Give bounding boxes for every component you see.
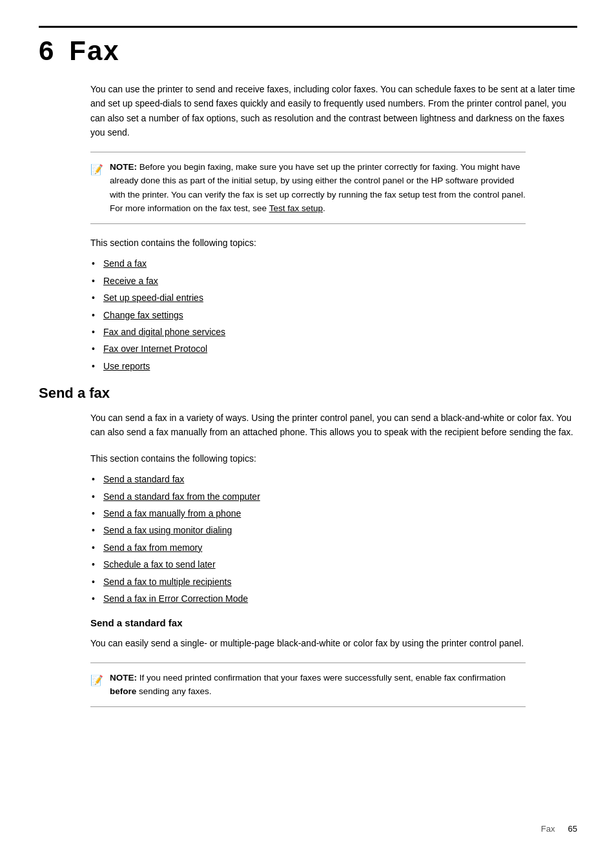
send-fax-topics-list: Send a standard fax Send a standard fax …: [103, 472, 577, 606]
topic-link-foip[interactable]: Fax over Internet Protocol: [103, 344, 207, 354]
chapter-number: 6: [39, 36, 54, 66]
list-item: Send a fax from memory: [103, 540, 577, 555]
list-item: Send a fax: [103, 256, 577, 271]
note-text-2: If you need printed confirmation that yo…: [110, 673, 506, 697]
topic-link-schedule-fax[interactable]: Schedule a fax to send later: [103, 559, 216, 570]
footer-page: 65: [568, 824, 577, 834]
list-item: Fax and digital phone services: [103, 325, 577, 339]
list-item: Send a fax using monitor dialing: [103, 523, 577, 537]
topic-link-speed-dial[interactable]: Set up speed-dial entries: [103, 293, 203, 303]
note-text-1: Before you begin faxing, make sure you h…: [110, 162, 526, 214]
send-standard-fax-heading: Send a standard fax: [90, 617, 577, 628]
list-item: Send a standard fax from the computer: [103, 489, 577, 504]
note-content-1: NOTE: Before you begin faxing, make sure…: [110, 160, 526, 216]
topic-link-receive-fax[interactable]: Receive a fax: [103, 276, 158, 286]
send-fax-topics-intro: This section contains the following topi…: [90, 451, 577, 466]
topic-link-standard-fax-computer[interactable]: Send a standard fax from the computer: [103, 491, 260, 502]
intro-paragraph: You can use the printer to send and rece…: [90, 82, 577, 140]
note-label-1: NOTE:: [110, 162, 137, 172]
test-fax-setup-link[interactable]: Test fax setup: [269, 203, 323, 213]
footer-section: Fax: [541, 824, 555, 834]
note-label-2: NOTE:: [110, 673, 137, 683]
list-item: Send a standard fax: [103, 472, 577, 486]
chapter-header: 6Fax: [39, 26, 577, 67]
topic-link-reports[interactable]: Use reports: [103, 361, 150, 371]
topic-link-standard-fax[interactable]: Send a standard fax: [103, 474, 184, 484]
send-fax-intro: You can send a fax in a variety of ways.…: [90, 411, 577, 440]
note-icon-2: 📝: [90, 672, 103, 699]
topic-link-error-correction[interactable]: Send a fax in Error Correction Mode: [103, 593, 248, 604]
topic-link-send-fax[interactable]: Send a fax: [103, 258, 147, 269]
topics-intro: This section contains the following topi…: [90, 236, 577, 250]
list-item: Schedule a fax to send later: [103, 557, 577, 571]
list-item: Send a fax in Error Correction Mode: [103, 591, 577, 606]
topic-link-fax-manually[interactable]: Send a fax manually from a phone: [103, 508, 241, 519]
list-item: Set up speed-dial entries: [103, 291, 577, 305]
list-item: Use reports: [103, 359, 577, 373]
list-item: Receive a fax: [103, 274, 577, 288]
topic-link-fax-memory[interactable]: Send a fax from memory: [103, 542, 202, 553]
send-standard-fax-intro: You can easily send a single- or multipl…: [90, 636, 577, 650]
list-item: Send a fax to multiple recipients: [103, 575, 577, 589]
topics-list: Send a fax Receive a fax Set up speed-di…: [103, 256, 577, 373]
topic-link-fax-settings[interactable]: Change fax settings: [103, 310, 183, 320]
list-item: Fax over Internet Protocol: [103, 342, 577, 356]
topic-link-monitor-dialing[interactable]: Send a fax using monitor dialing: [103, 525, 232, 535]
send-fax-heading: Send a fax: [39, 385, 577, 402]
topic-link-digital-phone[interactable]: Fax and digital phone services: [103, 327, 225, 337]
topic-link-multiple-recipients[interactable]: Send a fax to multiple recipients: [103, 577, 231, 587]
page-container: 6Fax You can use the printer to send and…: [0, 0, 616, 757]
chapter-title: Fax: [69, 36, 119, 66]
note-icon: 📝: [90, 161, 103, 216]
list-item: Send a fax manually from a phone: [103, 506, 577, 520]
note-box-2: 📝 NOTE: If you need printed confirmation…: [90, 663, 526, 707]
note-bold-text: before: [110, 686, 136, 696]
page-footer: Fax 65: [541, 824, 577, 834]
note-content-2: NOTE: If you need printed confirmation t…: [110, 671, 526, 699]
list-item: Change fax settings: [103, 308, 577, 322]
note-box-1: 📝 NOTE: Before you begin faxing, make su…: [90, 152, 526, 224]
